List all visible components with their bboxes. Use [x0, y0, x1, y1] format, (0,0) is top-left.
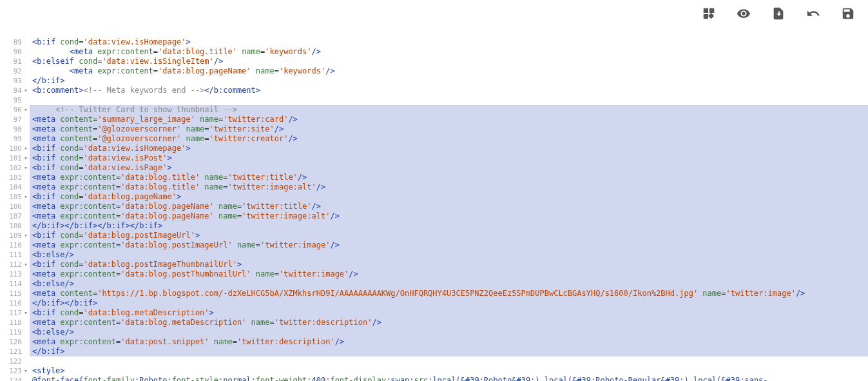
code-line[interactable]: </b:if>: [30, 347, 868, 357]
fold-marker-icon[interactable]: ▾: [23, 144, 29, 153]
line-number: 101▾: [0, 153, 26, 163]
code-line[interactable]: <meta expr:content='data:blog.pageName' …: [30, 202, 868, 211]
line-number: 121: [0, 347, 26, 357]
code-line[interactable]: <b:elseif cond='data:view.isSingleItem'/…: [30, 57, 868, 66]
code-line[interactable]: <b:if cond='data:blog.metaDescription'>: [30, 308, 868, 318]
save-icon[interactable]: [841, 6, 855, 23]
line-number: 115: [0, 289, 26, 298]
code-line[interactable]: <b:else/>: [30, 279, 868, 289]
line-number: 113: [0, 269, 26, 279]
line-number: 116: [0, 298, 26, 308]
code-line[interactable]: <meta expr:content='data:blog.postImageU…: [30, 240, 868, 250]
code-line[interactable]: <meta expr:content='data:blog.title' nam…: [30, 182, 868, 192]
code-line[interactable]: <meta content='summary_large_image' name…: [30, 115, 868, 124]
line-number: 95: [0, 95, 26, 105]
code-line[interactable]: [30, 357, 868, 366]
line-number: 89: [0, 37, 26, 47]
preview-icon[interactable]: [737, 6, 751, 23]
line-number: 93: [0, 76, 26, 86]
code-line[interactable]: <b:if cond='data:blog.pageName'>: [30, 192, 868, 202]
code-line[interactable]: @font-face{font-family:Roboto:font-style…: [30, 376, 868, 381]
code-line[interactable]: </b:if></b:if>: [30, 298, 868, 308]
line-number: 111: [0, 250, 26, 260]
code-line[interactable]: <meta content='@glozoverscorner' name='t…: [30, 134, 868, 144]
line-number: 120: [0, 337, 26, 347]
line-number: 94▾: [0, 86, 26, 95]
revert-icon[interactable]: [771, 6, 786, 23]
code-line[interactable]: <meta expr:content='data:blog.title' nam…: [30, 173, 868, 182]
line-number: 97: [0, 115, 26, 124]
line-number: 122: [0, 357, 26, 366]
code-line[interactable]: <b:if cond='data:view.isHomepage'>: [30, 37, 868, 47]
fold-marker-icon[interactable]: ▾: [23, 260, 29, 269]
code-line[interactable]: [30, 95, 868, 105]
line-number: 123▾: [0, 366, 26, 376]
line-number: 112▾: [0, 260, 26, 269]
line-number: 119: [0, 327, 26, 337]
line-number: 124: [0, 376, 26, 381]
line-number: 100▾: [0, 144, 26, 153]
line-number: 96▾: [0, 105, 26, 115]
code-editor[interactable]: 899091929394▾9596▾979899100▾101▾102▾1031…: [0, 37, 868, 381]
line-number: 103: [0, 173, 26, 182]
code-line[interactable]: <meta expr:content='data:blog.pageName' …: [30, 66, 868, 76]
undo-icon[interactable]: [806, 6, 820, 23]
line-number: 90: [0, 47, 26, 57]
fold-marker-icon[interactable]: ▾: [23, 86, 29, 95]
code-line[interactable]: <meta expr:content='data:blog.title' nam…: [30, 47, 868, 57]
code-line[interactable]: </b:if></b:if></b:if></b:if>: [30, 221, 868, 231]
code-line[interactable]: <b:if cond='data:view.isPost'>: [30, 153, 868, 163]
line-number: 118: [0, 318, 26, 327]
line-number: 104: [0, 182, 26, 192]
fold-marker-icon[interactable]: ▾: [23, 192, 29, 202]
line-number: 91: [0, 57, 26, 66]
line-number: 92: [0, 66, 26, 76]
code-line[interactable]: <meta content='@glozoverscorner' name='t…: [30, 124, 868, 134]
code-line[interactable]: <meta content='https://1.bp.blogspot.com…: [30, 289, 868, 298]
line-number: 108: [0, 221, 26, 231]
fold-marker-icon[interactable]: ▾: [23, 105, 29, 115]
fold-marker-icon[interactable]: ▾: [23, 163, 29, 173]
line-number: 105▾: [0, 192, 26, 202]
line-number: 98: [0, 124, 26, 134]
code-line[interactable]: <meta expr:content='data:post.snippet' n…: [30, 337, 868, 347]
line-number-gutter: 899091929394▾9596▾979899100▾101▾102▾1031…: [0, 37, 30, 381]
code-line[interactable]: <style>: [30, 366, 868, 376]
code-line[interactable]: <b:else/>: [30, 327, 868, 337]
fold-marker-icon[interactable]: ▾: [23, 366, 29, 376]
toolbar: [702, 6, 855, 23]
fold-marker-icon[interactable]: ▾: [23, 308, 29, 318]
line-number: 110: [0, 240, 26, 250]
code-line[interactable]: <meta expr:content='data:blog.pageName' …: [30, 211, 868, 221]
code-line[interactable]: <b:if cond='data:blog.postImageThumbnail…: [30, 260, 868, 269]
line-number: 99: [0, 134, 26, 144]
line-number: 107: [0, 211, 26, 221]
fold-marker-icon[interactable]: ▾: [23, 231, 29, 240]
code-line[interactable]: <b:comment><!-- Meta keywords end --></b…: [30, 86, 868, 95]
fold-marker-icon[interactable]: ▾: [23, 153, 29, 163]
line-number: 114: [0, 279, 26, 289]
line-number: 102▾: [0, 163, 26, 173]
code-line[interactable]: <b:else/>: [30, 250, 868, 260]
code-line[interactable]: <b:if cond='data:blog.postImageUrl'>: [30, 231, 868, 240]
code-line[interactable]: <b:if cond='data:view.isPage'>: [30, 163, 868, 173]
code-area[interactable]: <b:if cond='data:view.isHomepage'> <meta…: [30, 37, 868, 381]
code-line[interactable]: <b:if cond='data:view.isHomepage'>: [30, 144, 868, 153]
code-line[interactable]: </b:if>: [30, 76, 868, 86]
code-line[interactable]: <!-- Twitter Card to show thumbnail -->: [30, 105, 868, 115]
line-number: 109▾: [0, 231, 26, 240]
line-number: 106: [0, 202, 26, 211]
code-line[interactable]: <meta expr:content='data:blog.metaDescri…: [30, 318, 868, 327]
line-number: 117▾: [0, 308, 26, 318]
code-line[interactable]: <meta expr:content='data:blog.postThumbn…: [30, 269, 868, 279]
widgets-icon[interactable]: [702, 6, 716, 23]
